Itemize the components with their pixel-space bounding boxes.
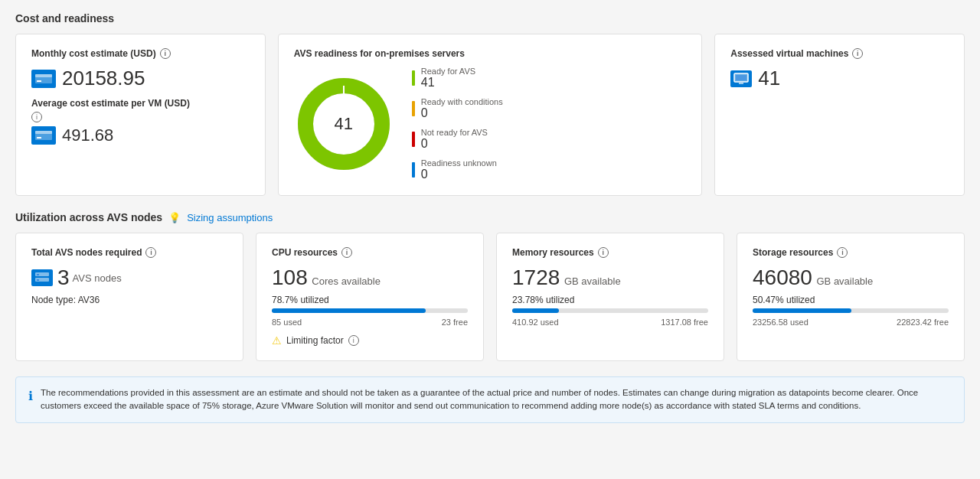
svg-rect-11: [736, 75, 746, 80]
svg-rect-2: [37, 80, 41, 82]
warning-icon: ⚠: [272, 334, 282, 347]
memory-resources-card: Memory resources i 1728 GB available 23.…: [496, 233, 724, 361]
cpu-resources-card: CPU resources i 108 Cores available 78.7…: [256, 233, 484, 361]
vm-count-value: 41: [758, 67, 780, 90]
conditions-dot: [412, 101, 415, 116]
storage-value-row: 46080 GB available: [753, 266, 949, 290]
vm-count-row: 41: [730, 67, 949, 90]
cpu-progress-fill: [272, 308, 426, 313]
resource-cards-row: Total AVS nodes required i 3 AVS nodes N…: [15, 233, 965, 361]
unknown-dot: [412, 162, 415, 178]
cpu-info-icon[interactable]: i: [341, 247, 352, 258]
cpu-resources-title: CPU resources i: [272, 247, 468, 258]
not-ready-label: Not ready for AVS: [421, 128, 488, 137]
storage-progress-bg: [753, 308, 949, 313]
avg-cost-icon: [31, 126, 56, 145]
limiting-factor-info-icon[interactable]: i: [348, 335, 359, 346]
avs-nodes-count-row: 3 AVS nodes: [31, 266, 227, 290]
avg-cost-main: 491.68: [31, 125, 250, 145]
utilization-header: Utilization across AVS nodes 💡 Sizing as…: [15, 211, 965, 223]
legend-ready: Ready for AVS 41: [412, 67, 503, 90]
avs-readiness-card: AVS readiness for on-premises servers 41: [278, 34, 703, 196]
node-icon: [31, 269, 53, 286]
memory-info-icon[interactable]: i: [598, 247, 609, 258]
avs-readiness-content: 41 Ready for AVS 41 Ready with condition…: [294, 67, 687, 181]
assessed-vms-info-icon[interactable]: i: [852, 48, 863, 59]
sizing-assumptions-link[interactable]: Sizing assumptions: [187, 212, 273, 223]
utilization-title: Utilization across AVS nodes: [15, 211, 162, 223]
svg-rect-15: [37, 274, 39, 275]
storage-used-free: 23256.58 used 22823.42 free: [753, 318, 949, 327]
svg-rect-5: [37, 137, 41, 138]
monthly-cost-value: 20158.95: [62, 67, 145, 90]
unknown-count: 0: [421, 168, 497, 181]
ready-dot: [412, 70, 415, 86]
vm-icon: [730, 70, 752, 87]
monthly-cost-title: Monthly cost estimate (USD) i: [31, 48, 250, 59]
ready-label: Ready for AVS: [421, 67, 475, 76]
avg-cost-label: Average cost estimate per VM (USD): [31, 98, 250, 109]
limiting-factor-row: ⚠ Limiting factor i: [272, 334, 468, 347]
limiting-factor-label: Limiting factor: [286, 335, 344, 346]
donut-chart: 41: [294, 74, 394, 174]
legend-conditions: Ready with conditions 0: [412, 97, 503, 120]
cpu-value: 108: [272, 266, 308, 289]
avs-nodes-unit: AVS nodes: [73, 272, 122, 284]
svg-rect-12: [739, 83, 743, 84]
memory-progress-bg: [512, 308, 708, 313]
total-avs-nodes-title: Total AVS nodes required i: [31, 247, 227, 258]
cost-readiness-title: Cost and readiness: [15, 12, 965, 24]
monthly-cost-main: 20158.95: [31, 67, 250, 90]
memory-unit: GB available: [564, 275, 621, 287]
avs-nodes-count: 3: [57, 266, 70, 290]
node-type-label: Node type: AV36: [31, 295, 227, 305]
avs-readiness-title: AVS readiness for on-premises servers: [294, 48, 687, 59]
memory-value: 1728: [512, 266, 560, 289]
cpu-progress-bg: [272, 308, 468, 313]
conditions-count: 0: [421, 106, 503, 120]
svg-rect-16: [37, 279, 39, 281]
memory-used: 410.92 used: [512, 318, 559, 327]
ready-count: 41: [421, 76, 475, 90]
monthly-cost-info-icon[interactable]: i: [160, 48, 171, 59]
avg-cost-info-icon[interactable]: i: [31, 112, 42, 122]
memory-value-row: 1728 GB available: [512, 266, 708, 290]
bulb-icon: 💡: [168, 212, 181, 223]
conditions-label: Ready with conditions: [421, 97, 503, 106]
legend-unknown: Readiness unknown 0: [412, 158, 503, 181]
memory-used-free: 410.92 used 1317.08 free: [512, 318, 708, 327]
monthly-cost-card: Monthly cost estimate (USD) i 20158.95 A…: [15, 34, 266, 196]
storage-utilized-text: 50.47% utilized: [753, 295, 949, 305]
donut-center-label: 41: [334, 114, 352, 134]
storage-unit: GB available: [817, 275, 874, 287]
assessed-vms-title: Assessed virtual machines i: [730, 48, 949, 59]
cpu-value-row: 108 Cores available: [272, 266, 468, 290]
cpu-unit: Cores available: [312, 275, 381, 287]
storage-resources-title: Storage resources i: [753, 247, 949, 258]
info-banner-icon: ℹ: [28, 387, 33, 406]
storage-used: 23256.58 used: [753, 318, 808, 327]
total-avs-info-icon[interactable]: i: [145, 247, 156, 258]
memory-progress-fill: [512, 308, 559, 313]
cpu-free: 23 free: [442, 318, 468, 327]
assessed-vms-card: Assessed virtual machines i 41: [714, 34, 965, 196]
info-banner: ℹ The recommendations provided in this a…: [15, 376, 965, 423]
storage-info-icon[interactable]: i: [837, 247, 848, 258]
not-ready-count: 0: [421, 137, 488, 151]
total-avs-nodes-card: Total AVS nodes required i 3 AVS nodes N…: [15, 233, 243, 361]
cpu-used: 85 used: [272, 318, 302, 327]
svg-rect-4: [35, 131, 52, 134]
cpu-utilized-text: 78.7% utilized: [272, 295, 468, 305]
cpu-used-free: 85 used 23 free: [272, 318, 468, 327]
memory-utilized-text: 23.78% utilized: [512, 295, 708, 305]
top-cards-row: Monthly cost estimate (USD) i 20158.95 A…: [15, 34, 965, 196]
avg-cost-value: 491.68: [62, 125, 113, 145]
cost-icon: [31, 70, 56, 88]
cost-readiness-section: Cost and readiness Monthly cost estimate…: [15, 12, 965, 423]
readiness-legend: Ready for AVS 41 Ready with conditions 0: [412, 67, 503, 181]
storage-free: 22823.42 free: [897, 318, 949, 327]
memory-resources-title: Memory resources i: [512, 247, 708, 258]
unknown-label: Readiness unknown: [421, 158, 497, 168]
info-banner-text: The recommendations provided in this ass…: [41, 386, 952, 413]
storage-value: 46080: [753, 266, 812, 289]
